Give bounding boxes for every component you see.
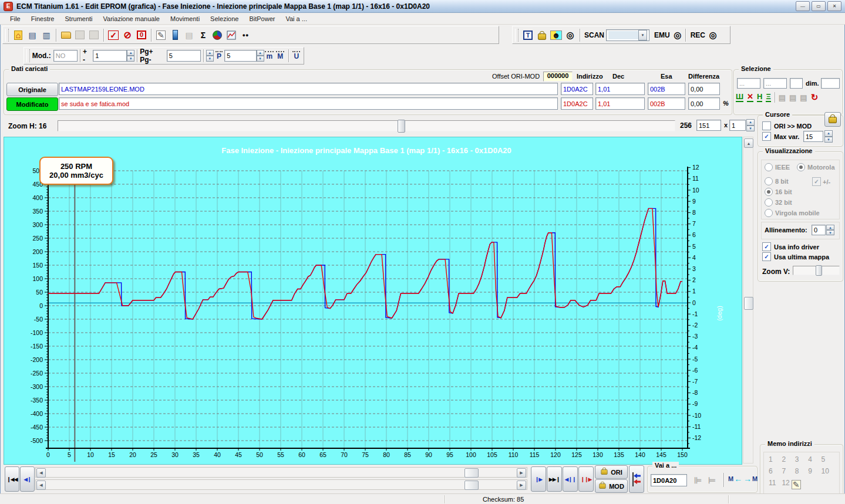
window-layout-icon[interactable]: ▥	[39, 28, 53, 42]
ori-mod-checkbox-row[interactable]: ORI >> MOD	[762, 121, 812, 130]
ori-mod-chart-button[interactable]	[629, 465, 644, 493]
zoom-v-slider-thumb[interactable]	[816, 265, 822, 276]
originale-button[interactable]: Originale	[6, 83, 58, 96]
menu-item-vai-a-[interactable]: Vai a ...	[280, 14, 312, 23]
selezione-field-1[interactable]: ...	[737, 78, 760, 89]
modificato-dec-field[interactable]: 1,01	[595, 97, 645, 110]
menu-item-finestre[interactable]: Finestre	[26, 14, 60, 23]
menu-item-selezione[interactable]: Selezione	[205, 14, 244, 23]
zoom-h-slider-thumb[interactable]	[398, 120, 405, 133]
scroll-left-icon[interactable]: ◀	[36, 481, 46, 490]
lock-icon[interactable]	[535, 28, 549, 42]
rec-led-icon[interactable]: ◎	[708, 28, 718, 42]
undo-icon[interactable]: U	[291, 49, 302, 63]
p-count-spinner[interactable]: ▲▼	[257, 50, 264, 62]
toolbar-grip[interactable]	[515, 29, 519, 42]
sum-icon[interactable]: Σ	[196, 28, 210, 42]
usa-info-driver-row[interactable]: ✓ Usa info driver	[762, 242, 819, 251]
copy-windows-icon[interactable]: ▤	[25, 28, 39, 42]
zoom-v-slider[interactable]	[793, 266, 840, 275]
modificato-file-field[interactable]: se suda e se fatica.mod	[59, 97, 558, 110]
cancel-icon[interactable]: ⊘	[120, 28, 134, 42]
scroll-right-icon[interactable]: ▶	[517, 468, 526, 478]
go-prev-button[interactable]: ◀❙	[20, 466, 35, 492]
maximize-button[interactable]: ▭	[812, 1, 826, 11]
originale-indirizzo-field[interactable]: 1D0A2C	[561, 83, 593, 95]
modificato-diff-field[interactable]: 0,00	[688, 97, 720, 110]
next-map-button[interactable]: ❙▶	[531, 466, 546, 492]
p-apply-icon[interactable]: P	[214, 49, 225, 63]
chart-area[interactable]: -500-450-400-350-300-250-200-150-100-500…	[4, 137, 742, 465]
zoom-h-value-input[interactable]: 151	[696, 120, 721, 131]
connect-led-icon[interactable]: ◎	[563, 28, 577, 42]
selection-begin-icon[interactable]: Ш	[736, 93, 743, 102]
originale-file-field[interactable]: LASTMAP2159LEONE.MOD	[59, 83, 558, 95]
scan-select[interactable]: ▼	[606, 29, 649, 41]
running-man-icon[interactable]: ☻	[549, 28, 563, 42]
refresh-icon[interactable]: ↻	[811, 92, 819, 103]
selezione-field-3[interactable]	[790, 78, 803, 89]
step-spinner[interactable]: ▲▼	[127, 50, 134, 62]
max-var-input[interactable]: 15	[803, 131, 823, 142]
max-var-spinner[interactable]: ▲▼	[824, 130, 833, 143]
modificato-esa-field[interactable]: 002B	[648, 97, 685, 110]
chart-vscrollbar[interactable]: ▲	[743, 137, 753, 464]
usa-ultima-mappa-row[interactable]: ✓ Usa ultima mappa	[762, 252, 829, 261]
goto-next-m[interactable]: →M	[743, 474, 758, 483]
hscroll-thumb-bottom[interactable]	[464, 481, 479, 490]
zoom-h-mult-spinner[interactable]: ▲▼	[746, 119, 755, 131]
menu-item-file[interactable]: File	[5, 14, 26, 23]
chart-plot[interactable]: -500-450-400-350-300-250-200-150-100-500…	[4, 137, 740, 463]
notes-icon[interactable]: ✎	[154, 28, 168, 42]
allineamento-input[interactable]: 0	[812, 225, 826, 235]
originale-esa-field[interactable]: 002B	[648, 83, 685, 95]
scroll-up-icon[interactable]: ▲	[744, 138, 753, 148]
apply-map-icon[interactable]: M	[275, 49, 286, 63]
toolbar-grip[interactable]	[26, 49, 30, 62]
line-chart-icon[interactable]	[224, 28, 238, 42]
chevron-down-icon[interactable]: ▼	[638, 30, 647, 40]
selezione-field-2[interactable]: ...	[763, 78, 787, 89]
minimize-button[interactable]: —	[796, 1, 810, 11]
t-window-icon[interactable]: T	[521, 28, 535, 42]
p-spinner[interactable]: ▲▼	[206, 50, 214, 62]
menu-item-bitpower[interactable]: BitPower	[244, 14, 280, 23]
apply-row-icon[interactable]: m	[264, 49, 275, 63]
home-icon[interactable]: ⌂	[11, 28, 25, 42]
zoom-h-slider[interactable]	[58, 120, 675, 131]
hscrollbar-top[interactable]: ◀ ▶	[35, 467, 527, 478]
p-count-input[interactable]: 5	[224, 50, 256, 62]
scroll-right-icon[interactable]: ▶	[517, 481, 526, 490]
memo-edit-icon[interactable]: ✎	[792, 480, 801, 489]
ori-mod-checkbox[interactable]	[762, 121, 771, 130]
toolbar-grip[interactable]	[5, 29, 9, 42]
close-button[interactable]: ✕	[827, 1, 841, 11]
max-var-checkbox[interactable]: ✓	[762, 132, 771, 141]
next-diff-button[interactable]: ❙❙▶	[578, 466, 594, 492]
scroll-left-icon[interactable]: ◀	[36, 468, 46, 478]
step-input[interactable]: 1	[93, 50, 127, 62]
reset-zero-icon[interactable]: 0	[134, 28, 149, 42]
usa-ultima-mappa-checkbox[interactable]: ✓	[762, 252, 771, 261]
mod-button[interactable]: MOD	[595, 479, 628, 493]
selection-e-icon[interactable]: Ξ	[766, 93, 770, 102]
cursore-lock-button[interactable]	[824, 112, 841, 127]
pg-input[interactable]: 5	[167, 50, 201, 62]
allineamento-spinner[interactable]: ▲▼	[826, 225, 834, 235]
vscroll-thumb[interactable]	[744, 297, 753, 310]
menu-item-variazione-manuale[interactable]: Variazione manuale	[98, 14, 165, 23]
menu-item-movimenti[interactable]: Movimenti	[165, 14, 205, 23]
open-folder-icon[interactable]	[59, 28, 73, 42]
zoom-h-mult-input[interactable]: 1	[729, 120, 746, 131]
gauge-icon[interactable]	[168, 28, 182, 42]
emu-led-icon[interactable]: ◎	[672, 28, 683, 42]
modificato-indirizzo-field[interactable]: 1D0A2C	[561, 97, 593, 110]
originale-dec-field[interactable]: 1,01	[595, 83, 645, 95]
confirm-icon[interactable]: ✓	[106, 28, 120, 42]
usa-info-driver-checkbox[interactable]: ✓	[762, 242, 771, 251]
pie-chart-icon[interactable]	[210, 28, 224, 42]
prev-diff-button[interactable]: ◀❙❙	[563, 466, 578, 492]
selezione-dim-field[interactable]	[821, 78, 840, 89]
goto-prev-m[interactable]: M←	[728, 474, 742, 483]
go-first-button[interactable]: ❙◀◀	[5, 466, 19, 492]
